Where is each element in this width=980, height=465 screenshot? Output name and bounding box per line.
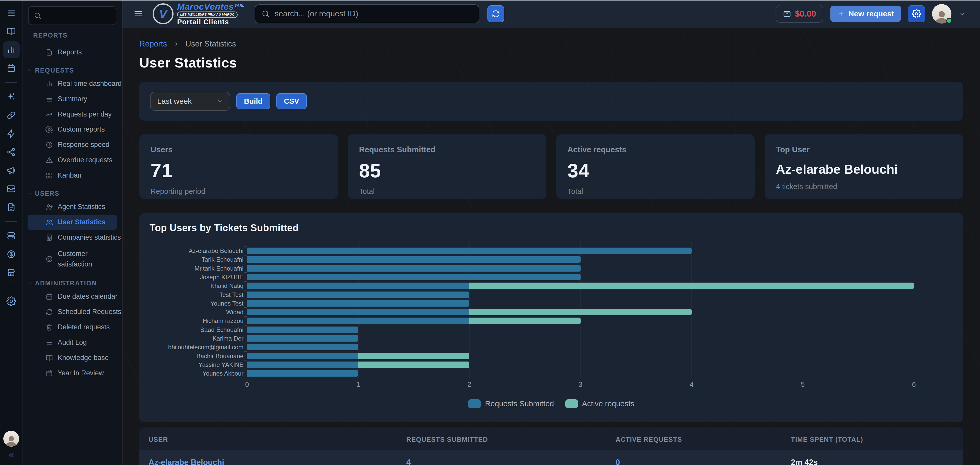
sidebar-item-overdue-requests[interactable]: Overdue requests	[27, 153, 117, 168]
legend-item[interactable]: Active requests	[565, 399, 635, 408]
column-header[interactable]: USER	[148, 436, 168, 444]
sidebar-item-agent-statistics[interactable]: Agent Statistics	[27, 199, 117, 215]
build-button[interactable]: Build	[236, 93, 270, 109]
breadcrumb-reports-link[interactable]: Reports	[139, 39, 167, 48]
column-header[interactable]: ACTIVE REQUESTS	[616, 436, 682, 444]
category-label: Tarik Echouafni	[150, 256, 243, 263]
sidebar-item-year-in-review[interactable]: Year In Review	[27, 366, 117, 381]
sidebar-item-requests-per-day[interactable]: Requests per day	[27, 107, 117, 122]
sidebar-section-administration[interactable]: ADMINISTRATION	[22, 280, 122, 287]
lines4-icon	[45, 95, 53, 103]
dollar-circle-icon[interactable]	[3, 246, 20, 263]
sidebar-item-reports[interactable]: Reports	[27, 45, 117, 60]
zap-icon[interactable]	[3, 125, 20, 142]
plus-icon	[837, 10, 845, 18]
search-icon	[34, 12, 41, 19]
file-icon	[45, 48, 53, 56]
megaphone-icon[interactable]	[3, 162, 20, 179]
sidebar-item-knowledge-base[interactable]: Knowledge base	[27, 350, 117, 366]
sidebar-item-user-statistics[interactable]: User Statistics	[27, 215, 117, 230]
refresh-button[interactable]	[487, 5, 504, 22]
file-text-icon[interactable]	[3, 199, 20, 216]
bar-row	[247, 335, 358, 342]
sidebar-item-deleted-requests[interactable]: Deleted requests	[27, 320, 117, 335]
topbar: V MarocVentesSARL LES MEILLEURS PRIX AU …	[123, 0, 980, 27]
calendar-icon[interactable]	[3, 60, 20, 77]
sidebar-item-summary[interactable]: Summary	[27, 91, 117, 107]
share-icon[interactable]	[3, 144, 20, 160]
user-plus-icon	[45, 203, 53, 211]
sidebar-item-real-time-dashboard[interactable]: Real-time dashboard	[27, 76, 117, 91]
bar-row	[247, 274, 581, 280]
collapse-sidebar-icon[interactable]	[7, 451, 15, 460]
category-label: bhilouhtelecom@gmail.com	[150, 344, 243, 350]
rail-avatar[interactable]	[3, 431, 19, 447]
bar-row	[247, 248, 692, 254]
category-label: Test Test	[150, 291, 243, 298]
chart-card: Top Users by Tickets Submitted Az-elarab…	[139, 213, 963, 422]
csv-button[interactable]: CSV	[277, 93, 307, 109]
book-open-icon[interactable]	[3, 23, 20, 40]
link-icon[interactable]	[3, 107, 20, 124]
category-label: Bachir Bouanane	[150, 353, 243, 359]
column-header[interactable]: TIME SPENT (TOTAL)	[791, 436, 863, 444]
category-label: Mr.tarik Echouafni	[150, 265, 243, 272]
time-spent-value: 2m 42s	[791, 458, 818, 465]
chevron-right-icon	[173, 41, 180, 47]
global-search[interactable]	[255, 4, 479, 23]
bar-row	[247, 256, 581, 263]
server-icon[interactable]	[3, 227, 20, 244]
table-row[interactable]: Az-elarabe Belouchi402m 42s	[139, 450, 963, 465]
store-icon[interactable]	[3, 264, 20, 281]
account-menu-chevron-icon[interactable]	[959, 10, 966, 18]
sidebar-section-requests[interactable]: REQUESTS	[22, 67, 122, 74]
active-requests-value[interactable]: 0	[616, 458, 620, 465]
sparkles-icon[interactable]	[3, 88, 20, 105]
category-label: Khalid Natiq	[150, 283, 243, 289]
sidebar-item-custom-reports[interactable]: Custom reports	[27, 122, 117, 137]
requests-submitted-value[interactable]: 4	[406, 458, 410, 465]
sidebar-search-input[interactable]	[45, 11, 111, 20]
brand-subtitle: Portail Clients	[177, 18, 229, 26]
bar-row	[247, 309, 692, 315]
settings-button[interactable]	[908, 5, 925, 22]
sidebar-item-kanban[interactable]: Kanban	[27, 168, 117, 183]
logo[interactable]: V MarocVentesSARL LES MEILLEURS PRIX AU …	[153, 2, 245, 25]
brand-name: MarocVentesSARL	[177, 2, 245, 11]
sidebar-item-audit-log[interactable]: Audit Log	[27, 335, 117, 350]
calendar-days-icon	[45, 369, 53, 377]
balance-amount: $0.00	[795, 9, 816, 19]
menu-icon[interactable]	[3, 5, 20, 21]
sidebar-section-users[interactable]: USERS	[22, 190, 122, 197]
alert-triangle-icon	[45, 157, 53, 164]
bar-row	[247, 300, 469, 307]
sidebar-item-scheduled-requests[interactable]: Scheduled Requests	[27, 304, 117, 320]
menu-toggle-button[interactable]	[133, 9, 143, 19]
column-header[interactable]: REQUESTS SUBMITTED	[406, 436, 488, 444]
global-search-input[interactable]	[275, 9, 473, 18]
chart-title: Top Users by Tickets Submitted	[150, 222, 299, 233]
period-select[interactable]: Last week	[150, 92, 230, 110]
chart-legend: Requests SubmittedActive requests	[139, 399, 963, 408]
user-link[interactable]: Az-elarabe Belouchi	[148, 458, 224, 465]
new-request-button[interactable]: New request	[830, 6, 901, 22]
bar-chart-icon[interactable]	[3, 42, 20, 58]
app: REPORTSReportsREQUESTSReal-time dashboar…	[0, 0, 980, 465]
bar-row	[247, 291, 469, 298]
book-open-icon	[45, 354, 53, 362]
sidebar-search[interactable]	[28, 6, 116, 25]
balance-chip[interactable]: $0.00	[776, 5, 823, 23]
sidebar-item-companies-statistics[interactable]: Companies statistics	[27, 230, 117, 245]
bar-row	[247, 344, 358, 350]
inbox-icon[interactable]	[3, 181, 20, 197]
category-label: Az-elarabe Belouchi	[150, 248, 243, 254]
user-avatar[interactable]	[932, 4, 951, 24]
sidebar-item-customer-satisfaction[interactable]: Customer satisfaction	[27, 245, 117, 273]
bar-chart	[247, 242, 914, 378]
window-top-edge	[0, 0, 980, 0]
gear-icon[interactable]	[3, 293, 20, 310]
building-icon	[45, 234, 53, 241]
legend-item[interactable]: Requests Submitted	[468, 399, 554, 408]
sidebar-item-due-dates-calendar[interactable]: Due dates calendar	[27, 289, 117, 304]
sidebar-item-response-speed[interactable]: Response speed	[27, 137, 117, 153]
